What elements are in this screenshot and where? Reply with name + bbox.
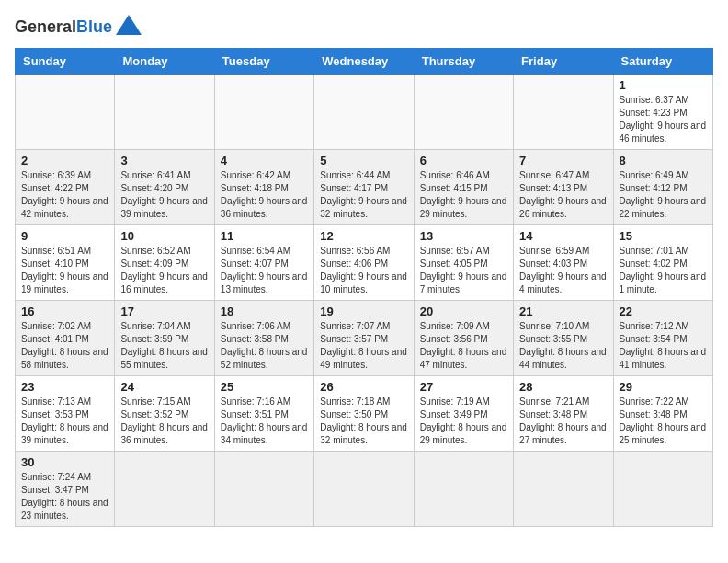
calendar-cell: 22Sunrise: 7:12 AM Sunset: 3:54 PM Dayli… (613, 301, 712, 376)
calendar-week-5: 23Sunrise: 7:13 AM Sunset: 3:53 PM Dayli… (16, 376, 713, 452)
day-info: Sunrise: 6:51 AM Sunset: 4:10 PM Dayligh… (21, 245, 108, 296)
calendar-table: SundayMondayTuesdayWednesdayThursdayFrid… (15, 48, 713, 527)
calendar-cell (613, 452, 712, 527)
day-number: 6 (420, 154, 507, 167)
day-info: Sunrise: 6:47 AM Sunset: 4:13 PM Dayligh… (519, 169, 607, 221)
day-number: 2 (21, 154, 108, 167)
calendar-cell (314, 75, 414, 150)
calendar-cell (514, 452, 613, 527)
day-number: 30 (21, 455, 108, 469)
calendar-cell: 20Sunrise: 7:09 AM Sunset: 3:56 PM Dayli… (414, 301, 513, 376)
logo-text-blue: Blue (76, 18, 112, 35)
day-info: Sunrise: 7:18 AM Sunset: 3:50 PM Dayligh… (320, 396, 407, 447)
day-number: 5 (320, 154, 407, 167)
calendar-cell (414, 452, 513, 527)
day-number: 25 (221, 380, 308, 394)
day-info: Sunrise: 6:52 AM Sunset: 4:09 PM Dayligh… (120, 245, 208, 296)
day-number: 12 (320, 229, 407, 243)
calendar-cell: 19Sunrise: 7:07 AM Sunset: 3:57 PM Dayli… (314, 301, 414, 376)
calendar-cell: 4Sunrise: 6:42 AM Sunset: 4:18 PM Daylig… (214, 150, 313, 225)
calendar-week-4: 16Sunrise: 7:02 AM Sunset: 4:01 PM Dayli… (16, 301, 713, 376)
calendar-cell (115, 75, 214, 150)
calendar-cell: 14Sunrise: 6:59 AM Sunset: 4:03 PM Dayli… (514, 225, 613, 301)
day-info: Sunrise: 6:57 AM Sunset: 4:05 PM Dayligh… (420, 245, 507, 296)
day-info: Sunrise: 7:21 AM Sunset: 3:48 PM Dayligh… (519, 396, 607, 447)
svg-marker-0 (116, 15, 142, 35)
logo-triangle-icon (116, 15, 142, 35)
calendar-cell: 16Sunrise: 7:02 AM Sunset: 4:01 PM Dayli… (16, 301, 115, 376)
calendar-cell: 8Sunrise: 6:49 AM Sunset: 4:12 PM Daylig… (613, 150, 712, 225)
calendar-week-6: 30Sunrise: 7:24 AM Sunset: 3:47 PM Dayli… (16, 452, 713, 527)
day-info: Sunrise: 7:13 AM Sunset: 3:53 PM Dayligh… (21, 396, 108, 447)
calendar-cell: 3Sunrise: 6:41 AM Sunset: 4:20 PM Daylig… (115, 150, 214, 225)
day-info: Sunrise: 7:22 AM Sunset: 3:48 PM Dayligh… (620, 396, 707, 447)
page-header: General Blue (15, 15, 713, 39)
day-number: 20 (420, 304, 507, 318)
day-info: Sunrise: 6:39 AM Sunset: 4:22 PM Dayligh… (21, 169, 108, 221)
calendar-week-3: 9Sunrise: 6:51 AM Sunset: 4:10 PM Daylig… (16, 225, 713, 301)
day-info: Sunrise: 6:56 AM Sunset: 4:06 PM Dayligh… (320, 245, 407, 296)
calendar-header-thursday: Thursday (414, 49, 513, 75)
calendar-cell: 23Sunrise: 7:13 AM Sunset: 3:53 PM Dayli… (16, 376, 115, 452)
day-number: 18 (221, 304, 308, 318)
calendar-cell (115, 452, 214, 527)
calendar-cell: 12Sunrise: 6:56 AM Sunset: 4:06 PM Dayli… (314, 225, 414, 301)
calendar-header-row: SundayMondayTuesdayWednesdayThursdayFrid… (16, 49, 713, 75)
day-number: 8 (620, 154, 707, 167)
calendar-cell: 17Sunrise: 7:04 AM Sunset: 3:59 PM Dayli… (115, 301, 214, 376)
day-number: 19 (320, 304, 407, 318)
day-info: Sunrise: 6:49 AM Sunset: 4:12 PM Dayligh… (620, 169, 707, 221)
day-info: Sunrise: 7:07 AM Sunset: 3:57 PM Dayligh… (320, 320, 407, 372)
day-number: 11 (221, 229, 308, 243)
day-info: Sunrise: 7:10 AM Sunset: 3:55 PM Dayligh… (519, 320, 607, 372)
day-number: 22 (620, 304, 707, 318)
day-info: Sunrise: 7:19 AM Sunset: 3:49 PM Dayligh… (420, 396, 507, 447)
calendar-cell: 26Sunrise: 7:18 AM Sunset: 3:50 PM Dayli… (314, 376, 414, 452)
calendar-week-2: 2Sunrise: 6:39 AM Sunset: 4:22 PM Daylig… (16, 150, 713, 225)
calendar-cell: 11Sunrise: 6:54 AM Sunset: 4:07 PM Dayli… (214, 225, 313, 301)
day-number: 28 (519, 380, 607, 394)
day-number: 1 (620, 78, 707, 92)
day-info: Sunrise: 6:59 AM Sunset: 4:03 PM Dayligh… (519, 245, 607, 296)
day-number: 9 (21, 229, 108, 243)
day-number: 13 (420, 229, 507, 243)
calendar-cell: 6Sunrise: 6:46 AM Sunset: 4:15 PM Daylig… (414, 150, 513, 225)
calendar-cell: 7Sunrise: 6:47 AM Sunset: 4:13 PM Daylig… (514, 150, 613, 225)
calendar-cell (514, 75, 613, 150)
calendar-cell: 28Sunrise: 7:21 AM Sunset: 3:48 PM Dayli… (514, 376, 613, 452)
calendar-cell (214, 75, 313, 150)
day-number: 24 (120, 380, 208, 394)
logo: General Blue (15, 15, 142, 39)
day-info: Sunrise: 6:37 AM Sunset: 4:23 PM Dayligh… (620, 94, 707, 145)
calendar-cell: 21Sunrise: 7:10 AM Sunset: 3:55 PM Dayli… (514, 301, 613, 376)
day-info: Sunrise: 7:16 AM Sunset: 3:51 PM Dayligh… (221, 396, 308, 447)
calendar-cell: 25Sunrise: 7:16 AM Sunset: 3:51 PM Dayli… (214, 376, 313, 452)
day-number: 7 (519, 154, 607, 167)
day-number: 27 (420, 380, 507, 394)
calendar-cell: 2Sunrise: 6:39 AM Sunset: 4:22 PM Daylig… (16, 150, 115, 225)
day-info: Sunrise: 6:44 AM Sunset: 4:17 PM Dayligh… (320, 169, 407, 221)
calendar-header-sunday: Sunday (16, 49, 115, 75)
calendar-header-tuesday: Tuesday (214, 49, 313, 75)
day-info: Sunrise: 6:41 AM Sunset: 4:20 PM Dayligh… (120, 169, 208, 221)
calendar-cell: 27Sunrise: 7:19 AM Sunset: 3:49 PM Dayli… (414, 376, 513, 452)
calendar-cell: 10Sunrise: 6:52 AM Sunset: 4:09 PM Dayli… (115, 225, 214, 301)
day-info: Sunrise: 7:15 AM Sunset: 3:52 PM Dayligh… (120, 396, 208, 447)
day-info: Sunrise: 6:54 AM Sunset: 4:07 PM Dayligh… (221, 245, 308, 296)
calendar-header-friday: Friday (514, 49, 613, 75)
day-info: Sunrise: 7:12 AM Sunset: 3:54 PM Dayligh… (620, 320, 707, 372)
calendar-cell: 1Sunrise: 6:37 AM Sunset: 4:23 PM Daylig… (613, 75, 712, 150)
calendar-cell (16, 75, 115, 150)
calendar-cell: 5Sunrise: 6:44 AM Sunset: 4:17 PM Daylig… (314, 150, 414, 225)
logo-text-general: General (15, 18, 76, 35)
calendar-cell (414, 75, 513, 150)
day-info: Sunrise: 7:02 AM Sunset: 4:01 PM Dayligh… (21, 320, 108, 372)
day-number: 10 (120, 229, 208, 243)
calendar-cell: 18Sunrise: 7:06 AM Sunset: 3:58 PM Dayli… (214, 301, 313, 376)
calendar-cell: 15Sunrise: 7:01 AM Sunset: 4:02 PM Dayli… (613, 225, 712, 301)
calendar-cell: 30Sunrise: 7:24 AM Sunset: 3:47 PM Dayli… (16, 452, 115, 527)
calendar-cell (314, 452, 414, 527)
calendar-cell (214, 452, 313, 527)
day-number: 15 (620, 229, 707, 243)
calendar-header-monday: Monday (115, 49, 214, 75)
